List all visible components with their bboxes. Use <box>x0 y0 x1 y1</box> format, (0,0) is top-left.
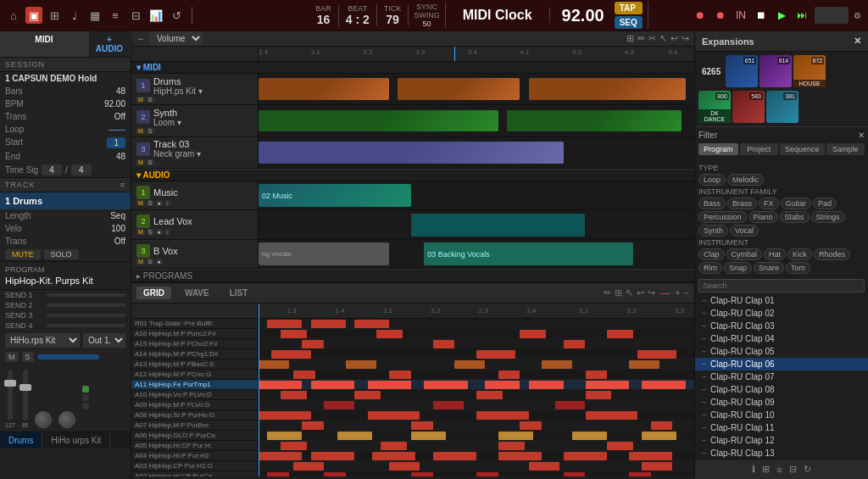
note-A04-7[interactable] <box>629 452 672 460</box>
footer-icon-3[interactable]: ≡ <box>776 465 782 475</box>
family-stabs[interactable]: Stabs <box>780 211 810 223</box>
gray-btn2[interactable] <box>82 403 89 409</box>
track-content-3[interactable] <box>259 137 694 168</box>
note-A05-1[interactable] <box>281 442 307 450</box>
result-item-1[interactable]: ↔Clap-RU Clap 02 <box>695 307 868 320</box>
wave-tab[interactable]: WAVE <box>178 287 216 299</box>
solo-button[interactable]: SOLO <box>44 249 79 259</box>
velo-value[interactable]: 100 <box>111 224 125 233</box>
note-A03-1[interactable] <box>293 462 324 471</box>
note-A15-2[interactable] <box>433 340 455 348</box>
inst-tom[interactable]: Tom <box>786 262 810 274</box>
note-A08-3[interactable] <box>476 411 529 420</box>
note-A16-3[interactable] <box>520 330 546 338</box>
cursor-icon[interactable]: ↖ <box>659 33 667 44</box>
audio-in-2[interactable]: ↓ <box>164 229 171 235</box>
grid-row-content-A07[interactable] <box>259 421 694 431</box>
search-input[interactable] <box>698 279 865 292</box>
note-A15-3[interactable] <box>564 340 586 348</box>
redo-icon-bp[interactable]: ↪ <box>648 287 655 298</box>
note-A15-1[interactable] <box>302 340 324 348</box>
type-melodic[interactable]: Melodic <box>727 174 764 186</box>
inst-snare[interactable]: Snare <box>754 262 784 274</box>
grid-row-content-A16[interactable] <box>259 329 694 339</box>
result-item-5[interactable]: ↔Clap-RU Clap 06 <box>695 358 868 370</box>
gray-btn[interactable] <box>82 394 89 401</box>
m-btn[interactable]: M <box>5 352 19 362</box>
audio-rec-2[interactable]: ● <box>156 229 163 235</box>
family-percussion[interactable]: Percussion <box>698 211 747 223</box>
send1-bar[interactable] <box>47 293 125 297</box>
note-A06-5[interactable] <box>572 432 607 440</box>
mixer-icon[interactable]: ≡ <box>107 7 124 24</box>
zoom-in-bp[interactable]: + <box>675 287 680 298</box>
clone-icon-bp[interactable]: ⊞ <box>615 287 622 298</box>
note-A08-4[interactable] <box>586 411 638 420</box>
family-brass[interactable]: Brass <box>727 198 757 209</box>
filter-tab-project[interactable]: Project <box>740 143 778 155</box>
note-A08-2[interactable] <box>368 411 420 420</box>
audio-mute-3[interactable]: M <box>136 259 145 265</box>
scissors-icon[interactable]: ✂ <box>648 33 656 44</box>
link-icon-bp[interactable]: — <box>659 287 671 298</box>
grid-row-content-A12[interactable] <box>259 370 694 380</box>
result-item-3[interactable]: ↔Clap-RU Clap 04 <box>695 332 868 345</box>
note-A11-2[interactable] <box>311 381 354 389</box>
family-strings[interactable]: Strings <box>811 211 845 223</box>
record-overdub-btn[interactable]: ⏺ <box>713 8 728 23</box>
note-A11-3[interactable] <box>368 381 411 389</box>
grid-row-content-A09[interactable] <box>259 400 694 410</box>
note-A12-4[interactable] <box>586 370 608 379</box>
midi-block-synth-1[interactable] <box>259 110 498 131</box>
note-R01-2[interactable] <box>311 320 346 328</box>
snap-icon[interactable]: ⊞ <box>626 33 634 44</box>
footer-icon-1[interactable]: ℹ <box>752 464 755 475</box>
track-name[interactable]: 1 Drums <box>0 192 131 209</box>
note-A10-2[interactable] <box>354 391 381 399</box>
grid-row-content-A06[interactable] <box>259 431 694 441</box>
stop-btn[interactable]: ⏹ <box>754 8 769 23</box>
note-A04-3[interactable] <box>372 452 415 460</box>
seq-button[interactable]: SEQ <box>615 16 643 29</box>
family-bass[interactable]: Bass <box>698 198 726 209</box>
fader-thumb-1[interactable] <box>4 380 16 387</box>
family-vocal[interactable]: Vocal <box>730 225 759 237</box>
zoom-out-bp[interactable]: − <box>684 287 689 298</box>
audio-block-bvox[interactable]: 03 Backing Vocals <box>424 242 633 265</box>
grid-row-content-A05[interactable] <box>259 441 694 451</box>
track-mute-2[interactable]: M <box>136 128 145 134</box>
result-item-8[interactable]: ↔Clap-RU Clap 09 <box>695 396 868 409</box>
note-A02-5[interactable] <box>564 472 586 476</box>
audio-mute-1[interactable]: M <box>136 200 145 206</box>
note-A06-2[interactable] <box>337 432 372 440</box>
pencil-icon[interactable]: ✏ <box>637 33 645 44</box>
note-A09-1[interactable] <box>324 401 354 409</box>
end-value[interactable]: 48 <box>116 152 125 161</box>
note-A04-5[interactable] <box>498 452 542 460</box>
audio-in-1[interactable]: ↓ <box>164 200 171 206</box>
audio-block-lead[interactable] <box>411 214 586 237</box>
grid-row-content-A10[interactable] <box>259 390 694 400</box>
note-A06-4[interactable] <box>498 432 533 440</box>
grid-row-content-A02[interactable] <box>259 471 694 476</box>
filter-tab-sample[interactable]: Sample <box>826 143 865 155</box>
result-item-12[interactable]: ↔Clap-RU Clap 13 <box>695 447 868 459</box>
app-logo[interactable]: ▣ <box>25 7 42 24</box>
note-A16-2[interactable] <box>376 330 403 338</box>
midi-block-drums-2[interactable] <box>398 78 520 99</box>
track-solo-2[interactable]: S <box>147 128 154 134</box>
zoom-out-icon[interactable]: ↪ <box>682 33 689 44</box>
note-A13-3[interactable] <box>454 360 485 369</box>
home-icon[interactable]: ⌂ <box>5 7 22 24</box>
note-A16-1[interactable] <box>281 330 307 338</box>
footer-icon-4[interactable]: ⊟ <box>789 464 797 475</box>
note-A04-6[interactable] <box>564 452 607 460</box>
exp-thumb-3[interactable]: HOUSE 872 <box>793 55 826 87</box>
audio-solo-3[interactable]: S <box>147 259 154 265</box>
audio-rec-1[interactable]: ● <box>156 200 163 206</box>
note-A03-2[interactable] <box>389 462 420 471</box>
inst-rim[interactable]: Rim <box>698 262 722 274</box>
note-A02-2[interactable] <box>324 472 346 476</box>
swing-value[interactable]: 50 <box>423 19 431 28</box>
note-A05-4[interactable] <box>607 442 633 450</box>
